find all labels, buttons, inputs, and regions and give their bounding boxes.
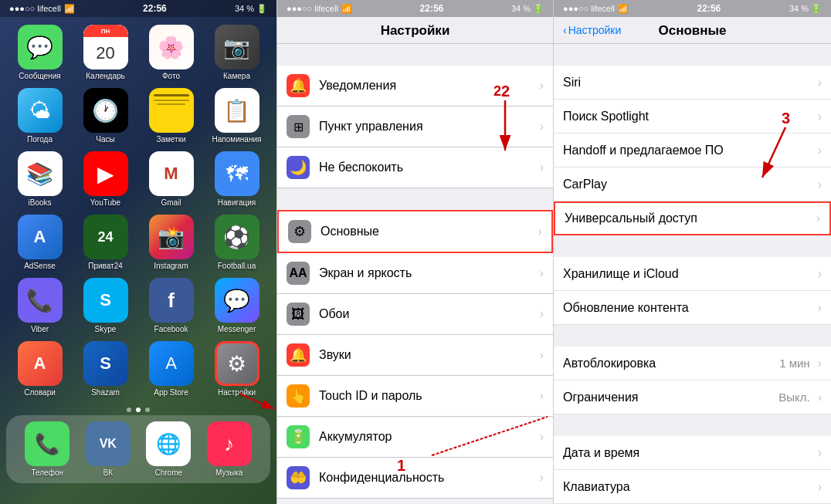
app-messages[interactable]: 💬 Сообщения — [11, 25, 69, 80]
back-button[interactable]: ‹ Настройки — [563, 24, 621, 36]
instagram-icon: 📸 — [149, 215, 194, 259]
date-label: Дата и время — [563, 446, 815, 460]
app-calendar[interactable]: ПН 20 Календарь — [76, 25, 134, 80]
dock-phone[interactable]: 📞 Телефон — [25, 421, 70, 477]
settings-row-osnov[interactable]: ⚙ Основные › — [277, 210, 553, 253]
osnov-row-autoblock[interactable]: Автоблокировка 1 мин › — [554, 347, 831, 381]
dnd-chevron: › — [540, 161, 544, 174]
battery-text: 34 % — [235, 4, 254, 13]
display-label: Экран и яркость — [319, 266, 537, 280]
osnov-row-ogran[interactable]: Ограничения Выкл. › — [554, 381, 831, 414]
dock-phone-label: Телефон — [32, 468, 63, 477]
settings-row-display[interactable]: AA Экран и яркость › — [277, 253, 553, 294]
osnov-gap-4 — [554, 414, 831, 436]
wallpaper-label: Обои — [319, 307, 537, 321]
app-reminders[interactable]: 📋 Напоминания — [208, 88, 266, 144]
adsense-icon: A — [18, 215, 63, 259]
section-gap-2 — [277, 188, 553, 210]
app-youtube[interactable]: ▶ YouTube — [76, 151, 134, 207]
touchid-label: Touch ID и пароль — [319, 389, 537, 403]
universal-label: Универсальный доступ — [565, 211, 813, 225]
app-clock[interactable]: 🕐 Часы — [76, 88, 134, 144]
app-slovari[interactable]: A Словари — [11, 341, 69, 397]
gmail-icon: M — [149, 151, 194, 196]
dock-music[interactable]: ♪ Музыка — [207, 421, 252, 477]
dock-vk-label: ВК — [103, 468, 114, 477]
app-privat24[interactable]: 24 Приват24 — [76, 215, 134, 270]
settings-title: Настройки — [287, 23, 544, 39]
facebook-icon: f — [149, 278, 194, 323]
osnov-row-universal[interactable]: Универсальный доступ › — [554, 201, 831, 235]
settings-row-dnd[interactable]: 🌙 Не беспокоить › — [277, 147, 553, 188]
dot-2 — [136, 408, 141, 412]
spotlight-label: Поиск Spotlight — [563, 110, 815, 123]
settings-row-controlcenter[interactable]: ⊞ Пункт управления › — [277, 107, 553, 147]
spotlight-chevron: › — [818, 110, 822, 123]
app-ibooks[interactable]: 📚 iBooks — [11, 151, 69, 207]
football-label: Football.ua — [218, 262, 256, 270]
dock-chrome[interactable]: 🌐 Chrome — [146, 421, 191, 477]
app-camera[interactable]: 📷 Камера — [208, 25, 266, 80]
time-2: 22:56 — [420, 3, 444, 14]
app-gmail[interactable]: M Gmail — [142, 151, 200, 207]
settings-row-battery[interactable]: 🔋 Аккумулятор › — [277, 417, 553, 458]
settings-row-privacy[interactable]: 🤲 Конфиденциальность › — [277, 458, 553, 499]
app-weather[interactable]: 🌤 Погода — [11, 88, 69, 144]
dock: 📞 Телефон VK ВК 🌐 Chrome ♪ Музыка — [6, 415, 270, 483]
viber-icon: 📞 — [18, 278, 63, 323]
osnov-row-date[interactable]: Дата и время › — [554, 436, 831, 470]
app-shazam[interactable]: S Shazam — [76, 341, 134, 397]
battery-text-2: 34 % — [511, 4, 531, 13]
osnov-row-handoff[interactable]: Handoff и предлагаемое ПО › — [554, 134, 831, 167]
slovari-label: Словари — [24, 388, 56, 397]
carrier-3: ●●●○○ lifecell 📶 — [563, 4, 629, 14]
autoblock-label: Автоблокировка — [563, 357, 779, 370]
messenger-icon: 💬 — [215, 278, 259, 323]
app-notes[interactable]: Заметки — [142, 88, 200, 144]
settings-scroll[interactable]: 🔔 Уведомления › ⊞ Пункт управления › 🌙 Н… — [277, 44, 553, 504]
app-viber[interactable]: 📞 Viber — [11, 278, 69, 333]
adsense-label: AdSense — [24, 262, 56, 270]
skype-label: Skype — [95, 325, 117, 333]
app-navigation[interactable]: 🗺 Навигация — [208, 151, 266, 207]
app-adsense[interactable]: A AdSense — [11, 215, 69, 270]
settings-row-wallpaper[interactable]: 🖼 Обои › — [277, 294, 553, 335]
osnov-row-siri[interactable]: Siri › — [554, 66, 831, 100]
update-chevron: › — [818, 301, 822, 315]
app-messenger[interactable]: 💬 Messenger — [208, 278, 266, 333]
settings-row-touchid[interactable]: 👆 Touch ID и пароль › — [277, 376, 553, 417]
wifi-icon-2: 📶 — [341, 4, 352, 14]
dock-vk[interactable]: VK ВК — [86, 421, 131, 477]
osnov-row-spotlight[interactable]: Поиск Spotlight › — [554, 100, 831, 134]
privacy-icon: 🤲 — [287, 466, 310, 489]
app-photos[interactable]: 🌸 Фото — [142, 25, 200, 80]
osnov-row-storage[interactable]: Хранилище и iCloud › — [554, 257, 831, 291]
app-settings-home[interactable]: ⚙ Настройки — [208, 341, 266, 397]
app-facebook[interactable]: f Facebook — [142, 278, 200, 333]
update-label: Обновление контента — [563, 301, 815, 315]
wifi-icon-3: 📶 — [618, 4, 629, 14]
settings-row-sounds[interactable]: 🔔 Звуки › — [277, 335, 553, 376]
sounds-icon: 🔔 — [287, 343, 310, 367]
camera-icon: 📷 — [215, 25, 259, 69]
notifications-icon: 🔔 — [287, 74, 310, 97]
app-skype[interactable]: S Skype — [76, 278, 134, 333]
battery-2: 34 % 🔋 — [511, 4, 544, 14]
app-instagram[interactable]: 📸 Instagram — [142, 215, 200, 270]
calendar-label: Календарь — [86, 72, 124, 80]
app-football[interactable]: ⚽ Football.ua — [208, 215, 266, 270]
app-appstore[interactable]: A App Store — [142, 341, 200, 397]
gmail-label: Gmail — [161, 198, 181, 207]
osnov-row-carplay[interactable]: CarPlay › — [554, 167, 831, 201]
osnov-row-update[interactable]: Обновление контента › — [554, 291, 831, 325]
football-icon: ⚽ — [215, 215, 259, 259]
osnov-scroll[interactable]: Siri › Поиск Spotlight › Handoff и предл… — [554, 44, 831, 504]
siri-label: Siri — [563, 76, 815, 90]
carrier-text-3: ●●●○○ lifecell — [563, 4, 615, 13]
keyboard-chevron: › — [818, 480, 822, 494]
section-gap-3 — [277, 499, 553, 504]
settings-row-notifications[interactable]: 🔔 Уведомления › — [277, 66, 553, 107]
time-3: 22:56 — [697, 3, 721, 14]
osnov-row-keyboard[interactable]: Клавиатура › — [554, 470, 831, 504]
dock-phone-icon: 📞 — [25, 421, 70, 466]
